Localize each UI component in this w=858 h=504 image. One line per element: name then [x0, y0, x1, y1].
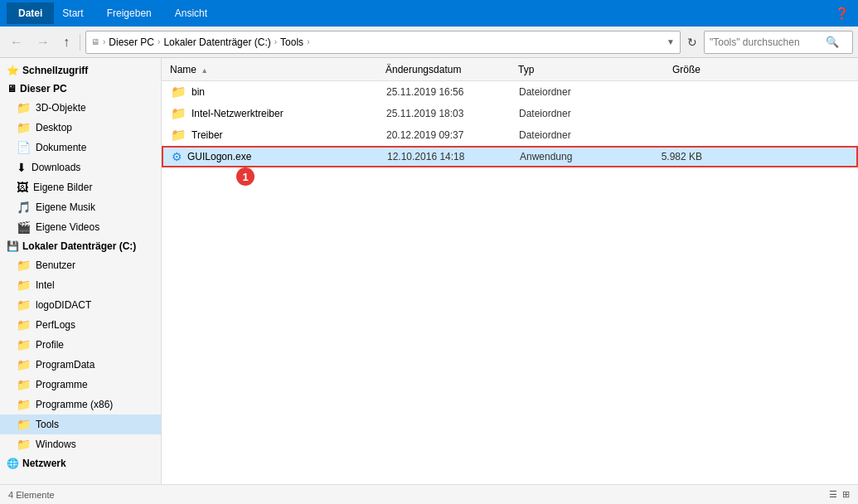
folder-icon: 📁: [171, 85, 187, 99]
file-cell-date: 20.12.2019 09:37: [386, 129, 519, 141]
sidebar-dieser-pc[interactable]: 🖥 Dieser PC: [0, 80, 161, 98]
sidebar-item-programme-x86[interactable]: 📁 Programme (x86): [0, 395, 161, 414]
folder-icon: 📁: [17, 259, 31, 272]
bc-local-drive[interactable]: Lokaler Datenträger (C:): [163, 36, 270, 48]
forward-button[interactable]: →: [32, 31, 55, 54]
folder-icon: 📁: [17, 358, 31, 371]
folder-icon: 📁: [17, 418, 31, 431]
sidebar-item-perflogs[interactable]: 📁 PerfLogs: [0, 315, 161, 335]
quick-access-label: Schnellzugriff: [22, 65, 88, 76]
sidebar-item-desktop[interactable]: 📁 Desktop: [0, 118, 161, 138]
datei-tab[interactable]: Datei: [7, 2, 54, 24]
sidebar-item-label: Programme (x86): [36, 399, 113, 410]
table-row[interactable]: 📁 bin 25.11.2019 16:56 Dateiordner: [162, 81, 858, 103]
sidebar-item-benutzer[interactable]: 📁 Benutzer: [0, 255, 161, 275]
help-icon[interactable]: ❓: [831, 7, 851, 20]
drive-icon: 💾: [7, 240, 19, 252]
bc-arrow-3: ›: [274, 37, 277, 46]
col-date-header[interactable]: Änderungsdatum: [385, 64, 518, 75]
folder-icon: 📁: [17, 378, 31, 391]
file-area: Name ▲ Änderungsdatum Typ Größe 📁 bin 25…: [162, 58, 858, 484]
sidebar-item-bilder[interactable]: 🖼 Eigene Bilder: [0, 177, 161, 197]
dieser-pc-label: Dieser PC: [20, 83, 67, 94]
folder-icon: 📁: [17, 279, 31, 292]
up-button[interactable]: ↑: [58, 31, 75, 54]
nav-divider: [80, 34, 80, 51]
address-bar[interactable]: 🖥 › Dieser PC › Lokaler Datenträger (C:)…: [85, 31, 681, 54]
file-name: GUILogon.exe: [187, 151, 251, 162]
bc-arrow-4: ›: [307, 37, 309, 46]
folder-icon: 🖼: [17, 181, 28, 194]
toolbar: ← → ↑ 🖥 › Dieser PC › Lokaler Datenträge…: [0, 27, 858, 58]
grid-view-icon[interactable]: ⊞: [842, 489, 850, 500]
sidebar-item-windows[interactable]: 📁 Windows: [0, 434, 161, 454]
file-cell-name: ⚙ GUILogon.exe 1: [172, 150, 387, 163]
col-size-header[interactable]: Größe: [618, 64, 700, 75]
col-type-header[interactable]: Typ: [518, 64, 618, 75]
sidebar-item-label: Benutzer: [36, 259, 75, 271]
title-bar: Datei Start Freigeben Ansicht ❓: [0, 0, 858, 27]
sidebar-item-tools[interactable]: 📁 Tools: [0, 414, 161, 434]
sidebar-item-3d[interactable]: 📁 3D-Objekte: [0, 98, 161, 118]
table-row[interactable]: 📁 Intel-Netzwerktreiber 25.11.2019 18:03…: [162, 103, 858, 124]
menu-start[interactable]: Start: [57, 4, 88, 22]
sidebar-item-videos[interactable]: 🎬 Eigene Videos: [0, 217, 161, 237]
back-button[interactable]: ←: [5, 31, 28, 54]
list-view-icon[interactable]: ☰: [829, 489, 837, 500]
bc-dieser-pc[interactable]: Dieser PC: [109, 36, 154, 48]
folder-icon: 📁: [17, 101, 31, 114]
file-cell-name: 📁 bin: [171, 85, 386, 99]
file-cell-type: Dateiordner: [519, 129, 618, 141]
video-icon: 🎬: [17, 220, 31, 234]
network-icon: 🌐: [7, 458, 19, 469]
main-area: ⭐ Schnellzugriff 🖥 Dieser PC 📁 3D-Objekt…: [0, 58, 858, 484]
file-cell-type: Dateiordner: [519, 86, 618, 98]
menu-ansicht[interactable]: Ansicht: [170, 4, 212, 22]
bc-arrow-1: ›: [103, 37, 105, 46]
sidebar-item-profile[interactable]: 📁 Profile: [0, 335, 161, 355]
folder-icon: 📁: [17, 398, 31, 411]
sidebar-item-label: logoDIDACT: [36, 299, 91, 311]
sidebar-network[interactable]: 🌐 Netzwerk: [0, 454, 161, 472]
music-icon: 🎵: [17, 201, 31, 214]
sidebar-item-intel[interactable]: 📁 Intel: [0, 275, 161, 295]
file-cell-size: 5.982 KB: [619, 151, 702, 162]
quick-access-icon: ⭐: [7, 65, 19, 76]
folder-icon: 📁: [17, 298, 31, 312]
home-icon: 🖥: [91, 37, 99, 46]
address-bar-dropdown[interactable]: ▼: [667, 37, 675, 46]
search-input[interactable]: [710, 36, 826, 48]
menu-freigeben[interactable]: Freigeben: [102, 4, 157, 22]
search-box[interactable]: 🔍: [704, 31, 853, 54]
sidebar-item-dokumente[interactable]: 📄 Dokumente: [0, 138, 161, 158]
sidebar-item-musik[interactable]: 🎵 Eigene Musik: [0, 197, 161, 217]
sidebar-item-logodidact[interactable]: 📁 logoDIDACT: [0, 295, 161, 315]
sidebar-quick-access[interactable]: ⭐ Schnellzugriff: [0, 61, 161, 80]
menu-bar: Start Freigeben Ansicht: [57, 4, 212, 22]
status-view-controls: ☰ ⊞: [829, 489, 850, 500]
sidebar-item-downloads[interactable]: ⬇ Downloads: [0, 158, 161, 177]
file-cell-type: Dateiordner: [519, 108, 618, 119]
sort-arrow-icon: ▲: [201, 66, 208, 75]
column-header: Name ▲ Änderungsdatum Typ Größe: [162, 58, 858, 81]
refresh-button[interactable]: ↻: [684, 34, 700, 51]
sidebar-item-label: Eigene Bilder: [33, 182, 92, 193]
sidebar-item-programdata[interactable]: 📁 ProgramData: [0, 355, 161, 375]
status-bar: 4 Elemente ☰ ⊞: [0, 484, 858, 504]
app-icon: ⚙: [172, 150, 182, 163]
folder-icon: 📁: [17, 121, 31, 134]
file-name: Treiber: [191, 129, 223, 141]
sidebar-item-label: 3D-Objekte: [36, 102, 86, 114]
network-label: Netzwerk: [22, 458, 66, 469]
status-item-count: 4 Elemente: [8, 490, 55, 500]
sidebar: ⭐ Schnellzugriff 🖥 Dieser PC 📁 3D-Objekt…: [0, 58, 162, 484]
folder-icon: 📁: [17, 438, 31, 451]
col-name-header[interactable]: Name ▲: [170, 64, 385, 75]
sidebar-item-programme[interactable]: 📁 Programme: [0, 375, 161, 395]
sidebar-local-drive[interactable]: 💾 Lokaler Datenträger (C:): [0, 237, 161, 255]
folder-icon: 📁: [171, 106, 187, 121]
table-row[interactable]: 📁 Treiber 20.12.2019 09:37 Dateiordner: [162, 124, 858, 146]
bc-tools[interactable]: Tools: [280, 36, 303, 48]
file-cell-name: 📁 Treiber: [171, 128, 386, 143]
table-row-selected[interactable]: ⚙ GUILogon.exe 1 12.10.2016 14:18 Anwend…: [162, 146, 858, 167]
